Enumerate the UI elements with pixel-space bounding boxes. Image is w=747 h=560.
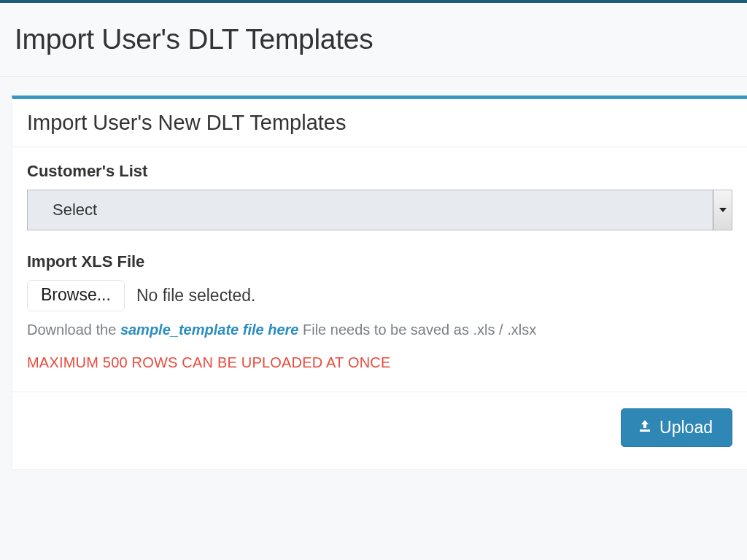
upload-button-label: Upload	[659, 418, 713, 438]
page-title: Import User's DLT Templates	[15, 23, 732, 55]
import-file-group: Import XLS File Browse... No file select…	[27, 252, 732, 392]
file-status-text: No file selected.	[136, 286, 256, 306]
hint-prefix: Download the	[27, 322, 120, 338]
dropdown-chevron-icon	[713, 190, 732, 230]
panel-body: Customer's List Select Import XLS File B…	[12, 147, 747, 392]
upload-button[interactable]: Upload	[621, 408, 732, 447]
panel-footer: Upload	[12, 392, 747, 469]
page-header: Import User's DLT Templates	[0, 3, 747, 77]
upload-icon	[638, 418, 652, 438]
customer-list-label: Customer's List	[27, 162, 732, 181]
customer-list-select[interactable]: Select	[27, 190, 732, 230]
hint-line: Download the sample_template file here F…	[27, 322, 732, 338]
panel-container: Import User's New DLT Templates Customer…	[0, 77, 747, 469]
browse-button[interactable]: Browse...	[27, 280, 125, 311]
import-file-label: Import XLS File	[27, 252, 732, 271]
customer-list-group: Customer's List Select	[27, 162, 732, 230]
panel-heading: Import User's New DLT Templates	[12, 99, 747, 147]
sample-template-link[interactable]: sample_template file here	[120, 322, 299, 338]
hint-suffix: File needs to be saved as .xls / .xlsx	[298, 322, 536, 338]
max-rows-warning: MAXIMUM 500 ROWS CAN BE UPLOADED AT ONCE	[27, 354, 732, 392]
customer-select-value: Select	[53, 201, 97, 219]
file-input-row: Browse... No file selected.	[27, 280, 732, 311]
panel-title: Import User's New DLT Templates	[27, 111, 732, 135]
import-panel: Import User's New DLT Templates Customer…	[12, 96, 747, 469]
